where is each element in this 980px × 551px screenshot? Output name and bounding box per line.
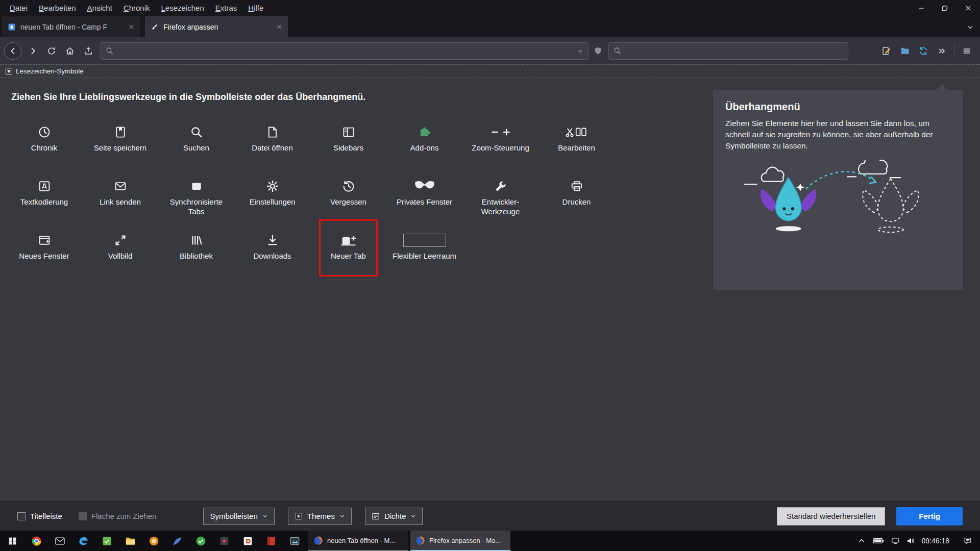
density-dropdown-label: Dichte <box>384 512 406 520</box>
toolbox-item-neuer-tab[interactable]: Neuer Tab <box>310 230 386 284</box>
menu-button[interactable] <box>958 42 976 60</box>
taskbar-window-1[interactable]: neuen Tab öffnen - M... <box>308 531 408 551</box>
synced-tabs-icon <box>190 179 203 194</box>
sync-button[interactable] <box>914 42 933 60</box>
taskbar-app-blue[interactable] <box>165 531 189 551</box>
tab-close-icon[interactable] <box>277 24 282 30</box>
network-icon[interactable] <box>891 537 899 545</box>
notes-button[interactable] <box>877 42 896 60</box>
taskbar-app-mail[interactable] <box>48 531 71 551</box>
url-bar[interactable] <box>101 42 589 60</box>
density-dropdown[interactable]: Dichte <box>365 508 423 525</box>
toolbox-item-zoom-steuerung[interactable]: Zoom-Steuerung <box>462 121 538 176</box>
toolbox-item-link-senden[interactable]: Link senden <box>82 176 158 230</box>
taskbar-app-red[interactable] <box>259 531 283 551</box>
taskbar-app-red-d[interactable] <box>236 531 259 551</box>
taskbar-app-explorer[interactable] <box>118 531 142 551</box>
taskbar-app-browser[interactable] <box>24 531 48 551</box>
restore-button[interactable] <box>933 0 957 16</box>
toolbox-item-privates-fenster[interactable]: Privates Fenster <box>386 176 462 230</box>
chevron-down-icon <box>410 513 416 519</box>
toolbox-item-label: Entwickler-Werkzeuge <box>467 197 534 217</box>
themes-dropdown[interactable]: Themes <box>288 508 352 525</box>
toolbox-item-vollbild[interactable]: Vollbild <box>82 230 158 284</box>
toolbars-dropdown[interactable]: Symbolleisten <box>203 508 274 525</box>
overflow-menu-panel[interactable]: Überhangmenü Ziehen Sie Elemente hier he… <box>713 90 963 290</box>
toolbox-item-entwickler-werkzeuge[interactable]: Entwickler-Werkzeuge <box>462 176 538 230</box>
taskbar-app-photos[interactable] <box>283 531 306 551</box>
battery-icon[interactable] <box>873 537 884 544</box>
restore-defaults-button[interactable]: Standard wiederherstellen <box>777 507 885 525</box>
tab-title: neuen Tab öffnen - Camp F <box>20 23 124 31</box>
home-button[interactable] <box>61 42 79 60</box>
menu-hilfe[interactable]: Hilfe <box>242 0 269 16</box>
tab-neuen-tab-oeffnen[interactable]: neuen Tab öffnen - Camp F <box>2 16 140 37</box>
menu-extras[interactable]: Extras <box>210 0 243 16</box>
email-icon <box>114 179 127 194</box>
start-button[interactable] <box>0 531 24 551</box>
private-mask-icon <box>414 179 435 194</box>
folder-icon <box>900 46 910 56</box>
tab-firefox-anpassen[interactable]: Firefox anpassen <box>145 16 288 37</box>
toolbox-item-drucken[interactable]: Drucken <box>538 176 615 230</box>
clock[interactable]: 09:46:18 <box>922 537 950 545</box>
list-all-tabs-icon[interactable] <box>967 23 974 31</box>
search-bar[interactable] <box>608 42 848 60</box>
toolbox-item-bibliothek[interactable]: Bibliothek <box>158 230 234 284</box>
titlebar-checkbox-group[interactable]: Titelleiste <box>17 512 62 520</box>
menu-datei[interactable]: Datei <box>4 0 33 16</box>
minimize-button[interactable] <box>910 0 933 16</box>
taskbar-app-antivirus[interactable] <box>189 531 212 551</box>
menu-chronik[interactable]: Chronik <box>118 0 156 16</box>
toolbox-item-bearbeiten[interactable]: Bearbeiten <box>538 121 615 176</box>
text-encoding-icon <box>38 179 51 194</box>
toolbox-item-einstellungen[interactable]: Einstellungen <box>234 176 310 230</box>
toolbox-item-chronik[interactable]: Chronik <box>6 121 82 176</box>
toolbox-item-label: Einstellungen <box>249 197 295 207</box>
toolbox-item-seite-speichern[interactable]: Seite speichern <box>82 121 158 176</box>
menu-bearbeiten[interactable]: Bearbeiten <box>33 0 82 16</box>
tab-close-icon[interactable] <box>129 24 134 30</box>
import-icon <box>84 46 93 56</box>
import-button[interactable] <box>79 42 97 60</box>
close-button[interactable] <box>957 0 980 16</box>
toolbox-item-label: Zoom-Steuerung <box>472 143 529 153</box>
search-icon <box>106 47 113 55</box>
toolbox-item-neues-fenster[interactable]: Neues Fenster <box>6 230 82 284</box>
action-center-icon[interactable] <box>964 537 972 545</box>
volume-icon[interactable] <box>906 537 915 545</box>
toolbox-item-suchen[interactable]: Suchen <box>158 121 234 176</box>
menu-lesezeichen[interactable]: Lesezeichen <box>156 0 210 16</box>
tray-chevron-icon[interactable] <box>857 537 866 545</box>
toolbox-item-textkodierung[interactable]: Textkodierung <box>6 176 82 230</box>
toolbox-item-synchronisierte-tabs[interactable]: Synchronisierte Tabs <box>158 176 234 230</box>
taskbar-app-dark[interactable] <box>212 531 236 551</box>
sidebars-icon <box>342 124 355 140</box>
toolbox-item-sidebars[interactable]: Sidebars <box>310 121 386 176</box>
search-icon <box>614 47 621 55</box>
done-button[interactable]: Fertig <box>896 507 963 525</box>
menu-ansicht[interactable]: Ansicht <box>82 0 118 16</box>
reload-button[interactable] <box>42 42 61 60</box>
back-button[interactable] <box>4 42 21 60</box>
toolbox-item-label: Add-ons <box>410 143 439 153</box>
taskbar-app-green[interactable] <box>95 531 118 551</box>
overflow-button[interactable] <box>933 42 951 60</box>
density-icon <box>372 512 380 520</box>
toolbox-item-add-ons[interactable]: Add-ons <box>386 121 462 176</box>
taskbar-window-2[interactable]: Firefox anpassen - Mo... <box>410 531 510 551</box>
toolbox-item-datei-oeffnen[interactable]: Datei öffnen <box>234 121 310 176</box>
edge-icon <box>78 536 89 546</box>
taskbar-app-orange[interactable] <box>142 531 165 551</box>
urlbar-dropdown-icon[interactable] <box>577 48 583 54</box>
folder-button[interactable] <box>896 42 914 60</box>
toolbox-item-flexibler-leerraum[interactable]: Flexibler Leerraum <box>386 230 462 284</box>
titlebar-checkbox[interactable] <box>17 512 26 520</box>
dark-app-icon <box>219 536 230 546</box>
toolbox-item-downloads[interactable]: Downloads <box>234 230 310 284</box>
taskbar-app-edge[interactable] <box>71 531 95 551</box>
bookmarks-toolbar-item[interactable]: Lesezeichen-Symbole <box>16 67 84 75</box>
shield-icon[interactable] <box>594 46 602 55</box>
forward-button[interactable] <box>24 42 42 60</box>
site-favicon-icon <box>8 23 16 31</box>
